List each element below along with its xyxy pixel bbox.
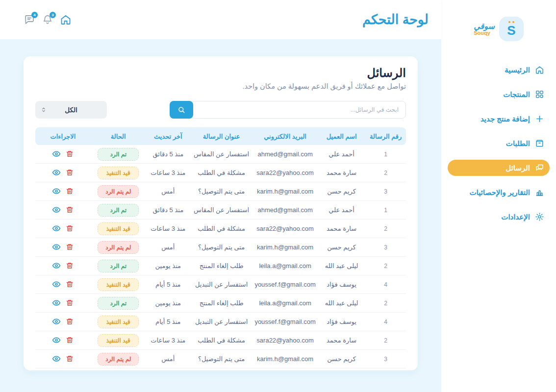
status-cell: تم الرد [91,257,146,275]
delete-icon[interactable] [66,280,74,288]
delete-icon[interactable] [66,224,74,232]
actions-cell [35,220,91,238]
content-area: الرسائل تواصل مع عملائك أو فريق الدعم بس… [0,39,441,392]
view-icon[interactable] [52,205,61,214]
status-cell: تم الرد [91,201,146,220]
message-id: 2 [365,220,406,238]
last-updated: منذ 3 ساعات [146,331,190,350]
customer-email: youssef.f@gmail.com [253,313,317,331]
status-cell: قيد التنفيذ [91,275,146,294]
messages-card: الرسائل تواصل مع عملائك أو فريق الدعم بس… [24,56,418,370]
sidebar-item-label: المنتجات [503,90,530,99]
view-icon[interactable] [52,280,61,289]
grid-icon [535,90,544,99]
table-row: 3 كريم حسن karim.h@gmail.com متى يتم الت… [35,182,406,201]
message-id: 2 [365,331,406,350]
card-subtitle: تواصل مع عملائك أو فريق الدعم بسهولة من … [35,82,406,90]
app-root: S سوقي Souqy الرئيسية المنتجات إضافة منت… [0,0,556,392]
delete-icon[interactable] [66,169,74,176]
message-id: 2 [365,257,406,275]
actions-cell [35,275,91,294]
delete-icon[interactable] [66,187,74,195]
sidebar-item-label: التقارير والإحصائيات [470,188,531,197]
sidebar-item-plus[interactable]: إضافة منتج جديد [448,111,550,127]
message-subject: متى يتم التوصيل؟ [190,238,253,257]
customer-name: سارة محمد [318,331,365,350]
delete-icon[interactable] [66,150,74,158]
customer-email: youssef.f@gmail.com [253,275,317,294]
brand-name-arabic: سوقي [474,22,495,31]
sidebar-item-orders[interactable]: الطلبات [448,135,550,151]
search-button[interactable] [170,101,193,119]
customer-email: karim.h@gmail.com [253,350,317,368]
status-badge: قيد التنفيذ [98,316,139,328]
chart-icon [535,188,544,197]
message-id: 4 [365,275,406,294]
delete-icon[interactable] [66,336,74,344]
table-row: 4 يوسف فؤاد youssef.f@gmail.com استفسار … [35,313,406,331]
sidebar-item-chart[interactable]: التقارير والإحصائيات [448,184,550,200]
view-icon[interactable] [52,354,61,363]
view-icon[interactable] [52,187,61,196]
delete-icon[interactable] [66,243,74,251]
status-badge: قيد التنفيذ [98,334,139,347]
view-icon[interactable] [52,298,61,307]
actions-cell [35,164,91,182]
message-subject: استفسار عن المقاس [190,145,253,164]
message-subject: استفسار عن التبديل [190,313,253,331]
status-cell: تم الرد [91,145,146,164]
messages-icon[interactable]: 4 [24,14,35,25]
delete-icon[interactable] [66,299,74,307]
search-input[interactable] [170,101,406,119]
sidebar-item-gear[interactable]: الإعدادات [448,209,550,225]
view-icon[interactable] [52,224,61,233]
view-icon[interactable] [52,261,61,270]
delete-icon[interactable] [66,318,74,325]
last-updated: أمس [146,350,190,368]
message-id: 2 [365,164,406,182]
customer-email: karim.h@gmail.com [253,238,317,257]
brand-logo: S سوقي Souqy [448,17,550,41]
status-cell: لم يتم الرد [91,238,146,257]
status-badge: تم الرد [98,260,139,272]
brand-logo-icon: S [499,17,524,41]
status-cell: قيد التنفيذ [91,220,146,238]
delete-icon[interactable] [66,355,74,363]
table-header: رقم الرسالة [365,127,406,145]
delete-icon[interactable] [66,206,74,214]
customer-email: sara22@yahoo.com [253,220,317,238]
sort-chevrons-icon [41,107,47,113]
last-updated: منذ 3 ساعات [146,164,190,182]
customer-email: leila.a@gmail.com [253,294,317,313]
customer-email: leila.a@gmail.com [253,257,317,275]
status-cell: لم يتم الرد [91,350,146,368]
view-icon[interactable] [52,168,61,177]
table-header: اسم العميل [318,127,365,145]
table-header: عنوان الرسالة [190,127,253,145]
home-icon [535,65,544,74]
sidebar-item-label: الرئيسية [505,66,530,74]
customer-email: sara22@yahoo.com [253,331,317,350]
sidebar: S سوقي Souqy الرئيسية المنتجات إضافة منت… [441,0,556,392]
actions-cell [35,182,91,201]
view-icon[interactable] [52,336,61,344]
customer-name: كريم حسن [318,182,365,201]
logo-initial: S [507,24,515,37]
sidebar-nav: الرئيسية المنتجات إضافة منتج جديد الطلبا… [448,62,550,225]
delete-icon[interactable] [66,262,74,270]
view-icon[interactable] [52,243,61,251]
view-icon[interactable] [52,317,61,326]
status-cell: قيد التنفيذ [91,313,146,331]
table-row: 2 سارة محمد sara22@yahoo.com مشكلة في ال… [35,331,406,350]
message-id: 3 [365,350,406,368]
sidebar-item-chat[interactable]: الرسائل [448,160,550,176]
topbar-icons: 4 3 [24,14,72,25]
notifications-bell-icon[interactable]: 3 [42,14,53,25]
view-icon[interactable] [52,149,61,158]
status-badge: تم الرد [98,204,139,217]
actions-cell [35,145,91,164]
sidebar-item-grid[interactable]: المنتجات [448,86,550,102]
sidebar-item-home[interactable]: الرئيسية [448,62,550,78]
home-icon[interactable] [60,14,72,25]
filter-select[interactable]: الكل [35,101,107,119]
